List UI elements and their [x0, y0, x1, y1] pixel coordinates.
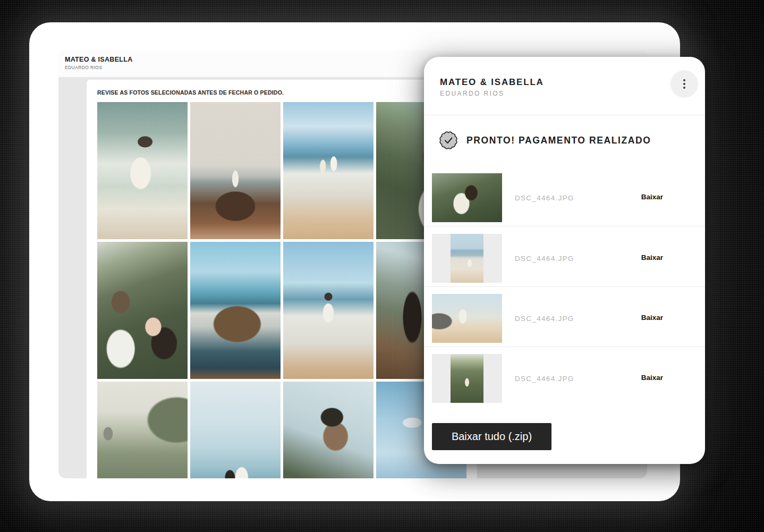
photo-grid [97, 102, 466, 478]
payment-status: PRONTO! PAGAMENTO REALIZADO [439, 131, 651, 150]
download-file-button[interactable]: Baixar [641, 254, 663, 261]
file-row: DSC_4464.JPG Baixar [424, 287, 705, 347]
file-name: DSC_4464.JPG [515, 194, 574, 202]
download-file-button[interactable]: Baixar [641, 314, 663, 322]
file-thumbnail [432, 173, 502, 222]
file-row: DSC_4464.JPG Baixar [424, 347, 705, 407]
gallery-photo[interactable] [283, 242, 373, 379]
download-file-button[interactable]: Baixar [641, 374, 663, 382]
modal-title: MATEO & ISABELLA [440, 77, 544, 88]
header-divider [424, 115, 705, 115]
modal-subtitle: EDUARDO RIOS [440, 90, 504, 97]
gallery-photo[interactable] [283, 102, 373, 239]
seal-check-icon [439, 131, 458, 150]
download-all-button[interactable]: Baixar tudo (.zip) [432, 423, 551, 450]
file-thumbnail [432, 294, 502, 343]
gallery-photo[interactable] [97, 102, 188, 239]
gallery-photo[interactable] [190, 382, 281, 478]
gallery-photo[interactable] [190, 102, 281, 239]
kebab-menu-icon [683, 79, 685, 81]
gallery-photo[interactable] [190, 242, 281, 379]
gallery-photo[interactable] [283, 382, 373, 478]
more-options-button[interactable] [670, 70, 698, 98]
download-file-button[interactable]: Baixar [641, 193, 663, 201]
file-name: DSC_4464.JPG [515, 315, 574, 323]
gallery-photo[interactable] [97, 382, 188, 478]
file-thumbnail [432, 354, 502, 403]
review-card: REVISE AS FOTOS SELECIONADAS ANTES DE FE… [87, 80, 477, 478]
gallery-photo[interactable] [97, 242, 188, 379]
file-name: DSC_4464.JPG [515, 255, 574, 263]
download-modal: MATEO & ISABELLA EDUARDO RIOS PRONTO! PA… [424, 57, 705, 464]
file-row: DSC_4464.JPG Baixar [424, 227, 705, 287]
file-name: DSC_4464.JPG [515, 375, 574, 383]
file-thumbnail [432, 234, 502, 283]
file-row: DSC_4464.JPG Baixar [424, 166, 705, 226]
payment-status-label: PRONTO! PAGAMENTO REALIZADO [466, 135, 651, 146]
review-notice: REVISE AS FOTOS SELECIONADAS ANTES DE FE… [97, 89, 466, 96]
page-background: MATEO & ISABELLA EDUARDO RIOS ← VOLTAR R… [0, 0, 764, 532]
